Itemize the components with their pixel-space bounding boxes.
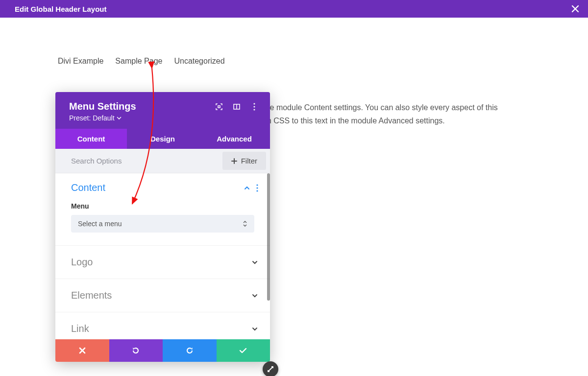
tab-content[interactable]: Content — [55, 129, 127, 149]
svg-point-4 — [253, 106, 255, 107]
tab-advanced[interactable]: Advanced — [198, 129, 270, 149]
svg-point-6 — [256, 184, 258, 186]
nav-item[interactable]: Uncategorized — [174, 57, 224, 66]
chevron-down-icon — [251, 259, 258, 266]
section-header-content[interactable]: Content — [55, 173, 270, 198]
svg-rect-0 — [218, 106, 220, 108]
panel-tabs: Content Design Advanced — [55, 129, 270, 149]
chevron-down-icon — [251, 292, 258, 299]
filter-label: Filter — [241, 157, 257, 165]
search-options-input[interactable] — [55, 151, 222, 171]
section-content: Content Menu Select a menu — [55, 173, 270, 246]
section-header-logo[interactable]: Logo — [55, 246, 270, 279]
panel-footer — [55, 339, 270, 362]
svg-point-3 — [253, 103, 255, 104]
columns-icon[interactable] — [233, 103, 241, 111]
save-button[interactable] — [217, 339, 270, 362]
section-title: Link — [71, 323, 89, 334]
tab-design[interactable]: Design — [127, 129, 198, 149]
resize-handle[interactable] — [263, 361, 278, 376]
panel-header-actions — [215, 103, 258, 111]
settings-panel: Menu Settings Preset: Default Conten — [55, 92, 270, 362]
more-icon[interactable] — [250, 103, 258, 111]
section-header-link[interactable]: Link — [55, 312, 270, 339]
panel-body: Content Menu Select a menu — [55, 173, 270, 339]
select-arrows-icon — [243, 220, 247, 227]
top-bar-title: Edit Global Header Layout — [15, 5, 107, 13]
svg-point-8 — [256, 190, 258, 191]
menu-select[interactable]: Select a menu — [71, 215, 254, 233]
redo-button[interactable] — [163, 339, 217, 362]
filter-button[interactable]: Filter — [222, 152, 266, 170]
page-area: Divi Example Sample Page Uncategorized Y… — [0, 18, 588, 376]
section-more-icon[interactable] — [256, 184, 258, 192]
plus-icon — [231, 158, 237, 164]
cancel-button[interactable] — [55, 339, 109, 362]
scrollbar[interactable] — [267, 173, 270, 301]
section-title: Elements — [71, 290, 112, 301]
chevron-down-icon — [251, 326, 258, 332]
menu-field-label: Menu — [71, 202, 254, 210]
header-nav-menu: Divi Example Sample Page Uncategorized — [58, 57, 225, 66]
preset-label: Preset: Default — [69, 114, 115, 122]
section-header-elements[interactable]: Elements — [55, 279, 270, 312]
nav-item[interactable]: Sample Page — [115, 57, 162, 66]
close-icon[interactable] — [571, 5, 579, 13]
section-body-content: Menu Select a menu — [55, 198, 270, 246]
panel-header: Menu Settings Preset: Default — [55, 92, 270, 129]
top-bar: Edit Global Header Layout — [0, 0, 588, 18]
panel-title: Menu Settings — [69, 101, 136, 112]
focus-icon[interactable] — [215, 103, 223, 111]
nav-item[interactable]: Divi Example — [58, 57, 103, 66]
svg-point-7 — [256, 187, 258, 188]
menu-select-value: Select a menu — [78, 220, 122, 228]
section-title: Logo — [71, 257, 93, 268]
chevron-up-icon — [244, 185, 250, 191]
svg-point-5 — [253, 109, 255, 110]
section-title: Content — [71, 182, 105, 193]
search-filter-row: Filter — [55, 149, 270, 173]
preset-selector[interactable]: Preset: Default — [69, 114, 136, 122]
undo-button[interactable] — [109, 339, 163, 362]
